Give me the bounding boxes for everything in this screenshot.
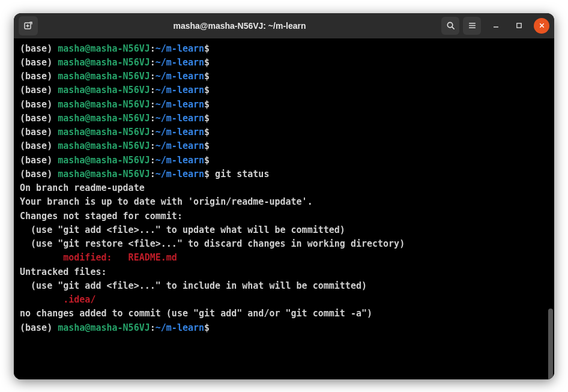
window-title: masha@masha-N56VJ: ~/m-learn <box>38 21 441 31</box>
svg-rect-2 <box>516 23 521 28</box>
output-modified-line: modified: README.md <box>20 251 548 265</box>
titlebar: masha@masha-N56VJ: ~/m-learn <box>14 13 554 38</box>
output-line: (use "git add <file>..." to update what … <box>20 223 548 237</box>
prompt-line: (base) masha@masha-N56VJ:~/m-learn$ <box>20 98 548 112</box>
output-untracked-line: .idea/ <box>20 293 548 307</box>
search-button[interactable] <box>441 17 459 35</box>
prompt-line: (base) masha@masha-N56VJ:~/m-learn$ <box>20 139 548 153</box>
terminal-window: masha@masha-N56VJ: ~/m-learn <box>14 13 554 379</box>
output-line: Untracked files: <box>20 265 548 279</box>
maximize-button[interactable] <box>511 18 527 34</box>
terminal-body[interactable]: (base) masha@masha-N56VJ:~/m-learn$ (bas… <box>14 38 554 379</box>
prompt-line-active: (base) masha@masha-N56VJ:~/m-learn$ <box>20 321 548 335</box>
maximize-icon <box>516 22 522 29</box>
command-line: (base) masha@masha-N56VJ:~/m-learn$ git … <box>20 167 548 181</box>
scrollbar-thumb[interactable] <box>548 309 553 379</box>
close-icon <box>539 22 545 29</box>
output-line: Your branch is up to date with 'origin/r… <box>20 195 548 209</box>
minimize-button[interactable] <box>488 18 504 34</box>
prompt-line: (base) masha@masha-N56VJ:~/m-learn$ <box>20 112 548 125</box>
prompt-line: (base) masha@masha-N56VJ:~/m-learn$ <box>20 56 548 70</box>
git-status-command: git status <box>210 169 269 179</box>
search-icon <box>446 21 455 30</box>
new-tab-button[interactable] <box>19 16 38 35</box>
hamburger-icon <box>468 21 477 30</box>
close-button[interactable] <box>534 18 549 34</box>
output-line: On branch readme-update <box>20 181 548 195</box>
prompt-line: (base) masha@masha-N56VJ:~/m-learn$ <box>20 125 548 139</box>
output-line: Changes not staged for commit: <box>20 210 548 223</box>
new-tab-icon <box>23 21 33 31</box>
prompt-line: (base) masha@masha-N56VJ:~/m-learn$ <box>20 70 548 83</box>
output-line: (use "git restore <file>..." to discard … <box>20 237 548 251</box>
prompt-line: (base) masha@masha-N56VJ:~/m-learn$ <box>20 42 548 56</box>
prompt-line: (base) masha@masha-N56VJ:~/m-learn$ <box>20 154 548 167</box>
minimize-icon <box>492 22 500 29</box>
menu-button[interactable] <box>463 17 481 35</box>
prompt-line: (base) masha@masha-N56VJ:~/m-learn$ <box>20 83 548 97</box>
output-line: (use "git add <file>..." to include in w… <box>20 279 548 293</box>
output-line: no changes added to commit (use "git add… <box>20 307 548 321</box>
